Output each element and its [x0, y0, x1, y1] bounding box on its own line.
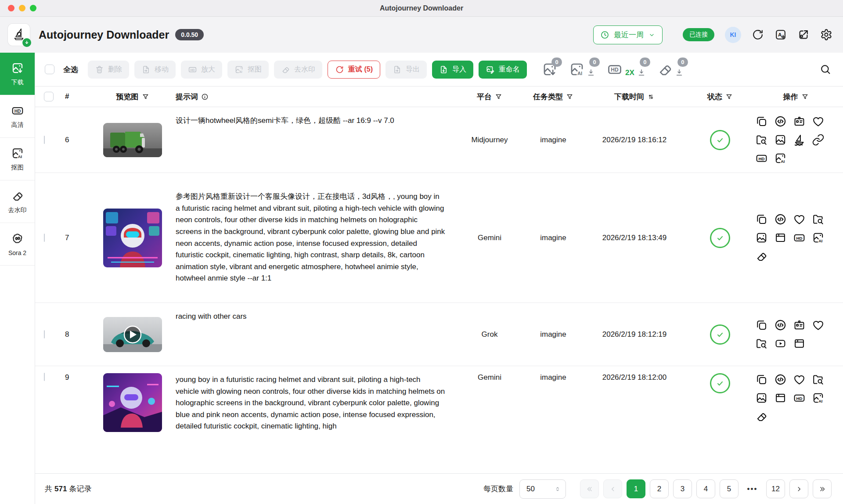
- delete-button[interactable]: 删除: [88, 61, 129, 79]
- sidebar-item-matting[interactable]: 抠图: [0, 138, 35, 180]
- filter-icon[interactable]: [495, 93, 502, 101]
- folder-search-action-icon[interactable]: [812, 373, 825, 386]
- video-play-action-icon[interactable]: [774, 337, 787, 350]
- filter-icon[interactable]: [566, 93, 573, 101]
- batch-image-download-button[interactable]: 0: [542, 61, 558, 77]
- copy-action-icon[interactable]: [755, 319, 768, 331]
- id-card-action-icon[interactable]: [793, 319, 806, 331]
- info-icon[interactable]: [201, 93, 209, 101]
- image-action-icon[interactable]: [755, 392, 768, 404]
- copy-action-icon[interactable]: [755, 115, 768, 128]
- page-button-5[interactable]: 5: [720, 479, 739, 498]
- col-task-type[interactable]: 任务类型: [522, 92, 584, 102]
- id-card-action-icon[interactable]: [793, 115, 806, 128]
- prev-page-button[interactable]: [603, 479, 622, 498]
- select-all-checkbox[interactable]: [45, 65, 54, 74]
- thumbnail-image[interactable]: [103, 123, 162, 157]
- code-circle-action-icon[interactable]: [774, 373, 787, 386]
- search-icon[interactable]: [819, 63, 832, 76]
- rename-button[interactable]: 重命名: [479, 61, 527, 79]
- retry-button[interactable]: 重试 (5): [328, 61, 380, 79]
- sidebar-item-hd[interactable]: 高清: [0, 95, 35, 138]
- col-status[interactable]: 状态: [685, 92, 755, 102]
- sidebar-item-remove-watermark[interactable]: 去水印: [0, 180, 35, 223]
- image-action-icon[interactable]: [755, 231, 768, 244]
- sidebar-item-sora2[interactable]: Sora 2: [0, 223, 35, 266]
- hd-action-icon[interactable]: [793, 231, 806, 244]
- import-button[interactable]: 导入: [432, 61, 473, 79]
- heart-action-icon[interactable]: [793, 213, 806, 226]
- image-action-icon[interactable]: [774, 133, 787, 146]
- page-size-select[interactable]: 50: [519, 479, 566, 499]
- copy-action-icon[interactable]: [755, 213, 768, 226]
- last-page-button[interactable]: [813, 479, 832, 498]
- download-time-value: 2026/2/19 18:13:49: [584, 234, 685, 242]
- remove-watermark-button[interactable]: 去水印: [274, 61, 322, 79]
- batch-matting-download-button[interactable]: 0: [569, 61, 595, 77]
- hd-action-icon[interactable]: [755, 152, 768, 165]
- window-action-icon[interactable]: [774, 392, 787, 404]
- hd-action-icon[interactable]: [793, 392, 806, 404]
- thumbnail-image[interactable]: [103, 209, 162, 267]
- image-ai-action-icon[interactable]: [812, 392, 825, 404]
- sidebar-item-label: 抠图: [11, 164, 24, 172]
- first-page-button[interactable]: [580, 479, 599, 498]
- rename-settings-icon[interactable]: [775, 29, 787, 41]
- page-button-1[interactable]: 1: [627, 479, 645, 498]
- col-preview[interactable]: 预览图: [90, 92, 176, 102]
- image-ai-action-icon[interactable]: [812, 231, 825, 244]
- page-button-3[interactable]: 3: [673, 479, 692, 498]
- user-avatar[interactable]: KI: [725, 27, 741, 43]
- move-button[interactable]: 移动: [134, 61, 176, 79]
- batch-watermark-download-button[interactable]: 0: [657, 61, 684, 77]
- row-checkbox[interactable]: [44, 330, 45, 338]
- link-action-icon[interactable]: [812, 133, 825, 146]
- page-button-last[interactable]: 12: [766, 479, 785, 498]
- page-button-2[interactable]: 2: [650, 479, 669, 498]
- page-button-4[interactable]: 4: [696, 479, 715, 498]
- sort-icon[interactable]: [647, 93, 655, 101]
- thumbnail-video[interactable]: [103, 317, 162, 352]
- row-checkbox[interactable]: [44, 234, 45, 242]
- heart-action-icon[interactable]: [793, 373, 806, 386]
- heart-action-icon[interactable]: [812, 319, 825, 331]
- row-checkbox[interactable]: [44, 136, 45, 144]
- eraser-action-icon[interactable]: [755, 410, 768, 423]
- thumbnail-image[interactable]: [103, 373, 162, 432]
- matting-button[interactable]: 抠图: [227, 61, 269, 79]
- sidebar-item-download[interactable]: 下载: [0, 53, 35, 95]
- code-circle-action-icon[interactable]: [774, 319, 787, 331]
- sailboat-action-icon[interactable]: [793, 133, 806, 146]
- next-page-button[interactable]: [789, 479, 808, 498]
- folder-search-action-icon[interactable]: [755, 133, 768, 146]
- batch-hd-download-button[interactable]: 2X 0: [607, 61, 646, 77]
- upscale-button[interactable]: 放大: [181, 61, 222, 79]
- code-circle-action-icon[interactable]: [774, 213, 787, 226]
- export-button[interactable]: 导出: [385, 61, 427, 79]
- refresh-icon[interactable]: [752, 29, 764, 41]
- col-download-time[interactable]: 下载时间: [584, 92, 685, 102]
- folder-search-action-icon[interactable]: [755, 337, 768, 350]
- double-chevron-right-icon: [818, 485, 826, 493]
- filter-icon[interactable]: [725, 93, 733, 101]
- gear-icon[interactable]: [820, 29, 832, 41]
- open-external-icon[interactable]: [797, 29, 810, 41]
- copy-action-icon[interactable]: [755, 373, 768, 386]
- filter-icon[interactable]: [801, 93, 809, 101]
- row-actions: [755, 115, 836, 165]
- heart-action-icon[interactable]: [812, 115, 825, 128]
- row-checkbox[interactable]: [44, 373, 45, 381]
- image-ai-action-icon[interactable]: [774, 152, 787, 165]
- window-action-icon[interactable]: [774, 231, 787, 244]
- filter-icon[interactable]: [142, 93, 149, 101]
- date-range-dropdown[interactable]: 最近一周: [593, 25, 663, 44]
- eraser-action-icon[interactable]: [755, 250, 768, 263]
- header-checkbox[interactable]: [44, 92, 54, 101]
- count-badge: 0: [677, 58, 688, 67]
- code-circle-action-icon[interactable]: [774, 115, 787, 128]
- folder-search-action-icon[interactable]: [812, 213, 825, 226]
- pagination-ellipsis[interactable]: •••: [743, 479, 762, 498]
- window-action-icon[interactable]: [793, 337, 806, 350]
- col-actions[interactable]: 操作: [755, 92, 836, 102]
- col-platform[interactable]: 平台: [457, 92, 522, 102]
